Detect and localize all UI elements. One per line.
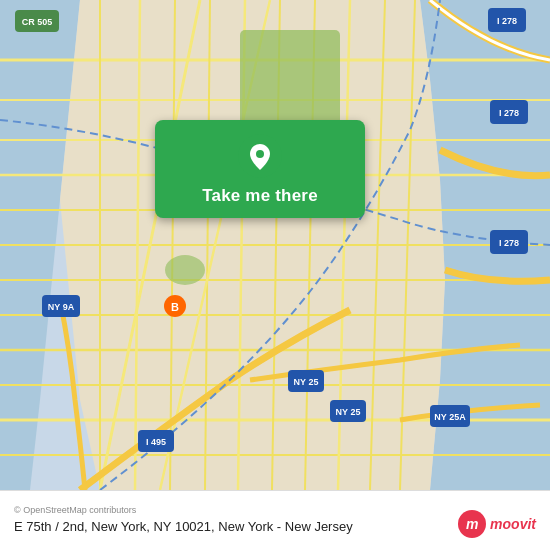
svg-text:I 278: I 278 (499, 238, 519, 248)
svg-text:I 278: I 278 (497, 16, 517, 26)
svg-point-51 (256, 150, 264, 158)
map-view: CR 505 I 278 I 278 I 278 NY 9A NY 25 NY … (0, 0, 550, 490)
svg-text:B: B (171, 301, 179, 313)
svg-text:NY 25A: NY 25A (434, 412, 466, 422)
svg-text:CR 505: CR 505 (22, 17, 53, 27)
take-me-there-label: Take me there (202, 186, 318, 206)
moovit-logo: m moovit (458, 510, 536, 538)
moovit-logo-icon: m (458, 510, 486, 538)
svg-text:I 278: I 278 (499, 108, 519, 118)
moovit-letter: m (466, 516, 478, 532)
moovit-brand-name: moovit (490, 516, 536, 532)
svg-text:NY 25: NY 25 (294, 377, 319, 387)
svg-text:NY 9A: NY 9A (48, 302, 75, 312)
svg-text:NY 25: NY 25 (336, 407, 361, 417)
bottom-bar: © OpenStreetMap contributors E 75th / 2n… (0, 490, 550, 550)
take-me-there-card[interactable]: Take me there (155, 120, 365, 218)
location-pin-icon (238, 134, 282, 178)
svg-point-29 (165, 255, 205, 285)
svg-text:I 495: I 495 (146, 437, 166, 447)
